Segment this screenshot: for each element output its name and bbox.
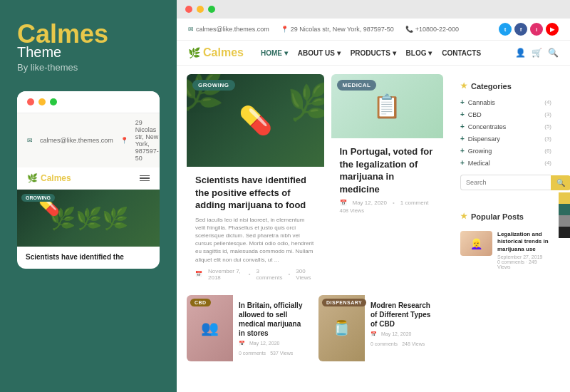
facebook-icon[interactable]: f [514,23,527,36]
category-cbd-label: CBD [468,111,482,118]
color-swatch-gray[interactable] [559,215,570,227]
small2-comments: 0 comments [370,341,398,346]
small1-date: May 12, 2020 [249,341,279,346]
woman-image: 👱‍♀️ [460,231,492,256]
small-article-2-title: Modren Research of Different Types of CB… [370,301,437,329]
topbar-phone: 📞 +10800-22-000 [405,26,459,33]
featured-article: 🌿 🌿 💊 GROWING Scientists have identified… [187,74,324,288]
phone-icon: 📞 [405,26,413,33]
featured-article-body: Scientists have identified the positive … [187,167,324,288]
hamburger-icon[interactable] [140,175,150,182]
small-article-2-meta: 📅 May 12, 2020 0 comments 248 Views [370,331,437,346]
small-article-1-image: 👥 CBD [187,295,233,361]
featured-comments: 3 comments [256,268,283,281]
featured-article-excerpt: Sed iaculis leo id nisi laoreet, in elem… [195,216,316,264]
small1-comments: 0 comments [239,351,266,356]
color-panel [559,192,570,238]
category-cbd-count: (3) [544,111,551,118]
youtube-icon[interactable]: ▶ [546,23,559,36]
small-article-1-meta: 📅 May 12, 2020 0 comments 537 Views [239,341,306,356]
small-article-2: 🫙 DISPENSARY Modren Research of Differen… [318,295,443,361]
category-medical[interactable]: + Medical (4) [460,157,551,169]
small-article-2-body: Modren Research of Different Types of CB… [365,295,443,361]
nav-about[interactable]: ABOUT US ▾ [298,49,341,57]
preview-address: 29 Nicolas str, New York, 987597-50 [135,119,159,162]
category-dispensary[interactable]: + Dispensary (3) [460,133,551,145]
date2-icon: 📅 [370,331,377,337]
instagram-icon[interactable]: i [530,23,543,36]
dispensary-icon: 🫙 [333,319,351,336]
small1-badge: CBD [190,299,211,306]
preview-nav: 🌿 Calmes [17,167,160,190]
search-input[interactable] [460,175,551,190]
popular-post-1-image: 👱‍♀️ [460,231,492,256]
cart-icon[interactable]: 🛒 [532,48,542,58]
category-cannabis[interactable]: + Cannabis (4) [460,96,551,108]
social-icons: t f i ▶ [499,23,559,36]
dot-green [50,98,57,105]
categories-heading: ★ Categories [460,81,551,91]
nav-links: HOME ▾ ABOUT US ▾ PRODUCTS ▾ BLOG ▾ CONT… [261,49,481,57]
nav-home[interactable]: HOME ▾ [261,49,288,57]
small-articles-row: 👥 CBD In Britain, officially allowed to … [187,295,443,361]
browser-dot-green [208,6,215,13]
category-concentrates[interactable]: + Concentrates (5) [460,120,551,133]
search-box: 🔍 [460,175,551,190]
secondary-badge: MEDICAL [337,80,377,91]
category-concentrates-count: (5) [544,123,551,130]
popular-post-1-title: Legalization and historical trends in ma… [497,231,551,253]
popular-post-1-info: Legalization and historical trends in ma… [497,231,551,269]
preview-badge: GROWING [21,194,55,202]
nav-products[interactable]: PRODUCTS ▾ [351,49,396,57]
topbar-address-text: 29 Nicolas str, New York, 987597-50 [291,26,394,33]
brand-section: Calmes Theme By like-themes [17,21,160,73]
small-article-1: 👥 CBD In Britain, officially allowed to … [187,295,311,361]
category-concentrates-label: Concentrates [468,123,507,130]
search-icon[interactable]: 🔍 [548,48,559,58]
search-button[interactable]: 🔍 [551,175,570,190]
calendar-icon: 📅 [195,271,202,277]
preview-card-header [17,91,160,113]
small-article-1-title: In Britain, officially allowed to sell m… [239,301,306,338]
people-icon: 👥 [201,319,219,336]
user-icon[interactable]: 👤 [515,48,526,58]
category-cannabis-count: (4) [544,99,551,105]
preview-article-title: Scientists have identified the [26,252,151,262]
popular-post-1-stats: 0 comments · 249 Views [497,259,551,269]
featured-views: 300 Views [296,268,315,281]
site-navbar: 🌿 Calmes HOME ▾ ABOUT US ▾ PRODUCTS ▾ BL… [177,41,570,66]
secondary-article-image: 📋 MEDICAL [331,74,444,138]
location-icon: 📍 [281,26,289,33]
secondary-date: May 12, 2020 [353,200,387,206]
color-swatch-yellow[interactable] [559,192,570,204]
nav-contacts[interactable]: CONTACTS [442,49,481,57]
plus-icon-5: + [460,147,465,155]
category-cbd[interactable]: + CBD (3) [460,108,551,120]
category-dispensary-label: Dispensary [468,135,500,143]
plus-icon-2: + [460,110,465,118]
topbar-email-text: calmes@like.themes.com [196,26,269,33]
preview-card: ✉ calmes@like.themes.com 📍 29 Nicolas st… [17,91,160,269]
dot-yellow [38,98,46,105]
nav-blog[interactable]: BLOG ▾ [406,49,432,57]
browser-dot-red [185,6,192,13]
site-wrapper: ✉ calmes@like.themes.com 📍 29 Nicolas st… [177,0,570,392]
category-growing-count: (6) [544,148,551,154]
small1-views: 537 Views [270,351,293,356]
color-swatch-green[interactable] [559,204,570,215]
category-growing[interactable]: + Growing (6) [460,145,551,157]
secondary-article-body: In Portugal, voted for the legalization … [331,138,444,221]
left-panel: Calmes Theme By like-themes ✉ calmes@lik… [0,0,177,392]
category-medical-count: (4) [544,160,551,166]
woman-icon: 👱‍♀️ [470,238,482,249]
twitter-icon[interactable]: t [499,23,512,36]
preview-email: calmes@like.themes.com [40,137,113,144]
color-swatch-dark[interactable] [559,227,570,238]
secondary-comments: 1 comment [400,200,429,206]
topbar-email: ✉ calmes@like.themes.com [188,26,269,33]
preview-email-icon: ✉ [27,137,33,144]
calendar2-icon: 📅 [340,200,347,206]
brand-by: By like-themes [17,62,160,73]
preview-logo: 🌿 Calmes [27,173,71,183]
star-icon: ★ [460,81,467,91]
